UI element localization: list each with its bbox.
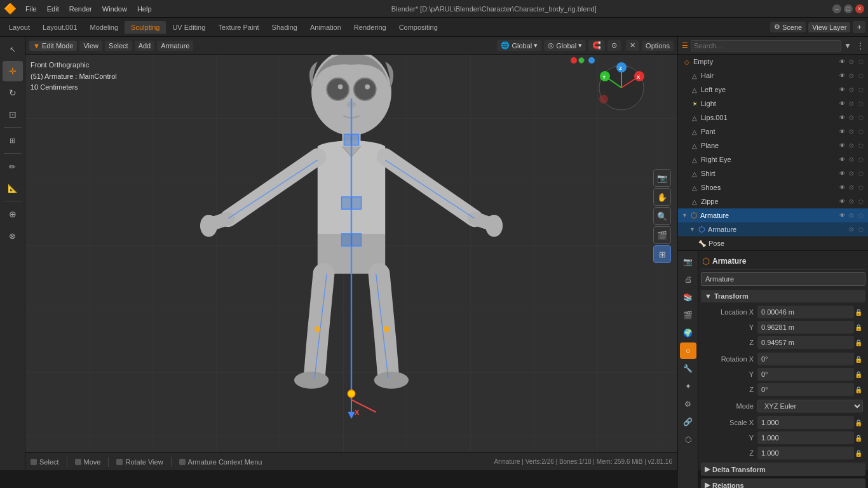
pan-btn[interactable]: ✋ xyxy=(653,188,671,206)
outliner-item-armature[interactable]: ▼ ⬡ Armature 👁 ⊙ ◌ xyxy=(678,208,868,222)
prop-tab-data[interactable]: ⬡ xyxy=(680,431,696,448)
visibility-empty[interactable]: 👁 xyxy=(837,57,846,66)
outliner-item-lefteye[interactable]: △ Left eye 👁 ⊙ ◌ xyxy=(678,83,868,97)
visibility-hair[interactable]: 👁 xyxy=(837,71,846,80)
visibility-righteye[interactable]: 👁 xyxy=(837,155,846,164)
render-shirt[interactable]: ◌ xyxy=(857,169,865,178)
tool-extrude[interactable]: ⊗ xyxy=(3,226,23,246)
options-menu[interactable]: Options xyxy=(642,41,674,51)
tab-texture-paint[interactable]: Texture Paint xyxy=(212,21,265,34)
selectable-shirt[interactable]: ⊙ xyxy=(847,169,856,178)
selectable-lips[interactable]: ⊙ xyxy=(847,113,856,122)
prop-tab-scene[interactable]: 🎬 xyxy=(680,307,696,323)
tab-modeling[interactable]: Modeling xyxy=(83,21,125,34)
outliner-item-righteye[interactable]: △ Right Eye 👁 ⊙ ◌ xyxy=(678,152,868,166)
prop-tab-modifiers[interactable]: 🔧 xyxy=(680,360,696,377)
render-pant[interactable]: ◌ xyxy=(857,127,865,136)
navigation-gizmo[interactable]: X Y Z xyxy=(596,62,647,113)
close-editor[interactable]: ✕ xyxy=(626,40,639,51)
scale-x-value[interactable]: 1.000 xyxy=(757,416,854,429)
lock-scale-x[interactable]: 🔒 xyxy=(854,419,863,426)
armature-data-action2[interactable]: ◌ xyxy=(857,225,865,234)
lock-scale-y[interactable]: 🔒 xyxy=(854,435,863,442)
render-empty[interactable]: ◌ xyxy=(857,57,865,66)
visibility-shirt[interactable]: 👁 xyxy=(837,169,846,178)
select-menu[interactable]: Select xyxy=(105,41,132,51)
lock-location-x[interactable]: 🔒 xyxy=(854,309,863,316)
visibility-lefteye[interactable]: 👁 xyxy=(837,85,846,94)
add-menu[interactable]: Add xyxy=(135,41,155,51)
viewport-render-btn[interactable]: 🎬 xyxy=(653,226,671,244)
relations-header[interactable]: ▶ Relations xyxy=(701,478,865,488)
prop-tab-physics[interactable]: ⚙ xyxy=(680,396,696,412)
3d-viewport[interactable]: Front Orthographic (51) Armature : MainC… xyxy=(25,55,677,452)
menu-file[interactable]: File xyxy=(22,4,41,14)
armature-menu[interactable]: Armature xyxy=(157,41,193,51)
visibility-pant[interactable]: 👁 xyxy=(837,127,846,136)
mode-selector[interactable]: ▼ Edit Mode xyxy=(29,41,77,51)
outliner-filter[interactable]: ▼ xyxy=(844,41,851,50)
camera-perspective-btn[interactable]: 📷 xyxy=(653,169,671,187)
tool-cursor[interactable]: ↖ xyxy=(3,39,23,60)
render-light[interactable]: ◌ xyxy=(857,99,865,108)
lock-rotation-x[interactable]: 🔒 xyxy=(854,356,863,363)
render-lips[interactable]: ◌ xyxy=(857,113,865,122)
prop-tab-particles[interactable]: ✦ xyxy=(680,378,696,395)
window-minimize[interactable]: – xyxy=(832,4,841,13)
lock-location-y[interactable]: 🔒 xyxy=(854,324,863,331)
prop-tab-viewlayer[interactable]: 📚 xyxy=(680,289,696,306)
menu-window[interactable]: Window xyxy=(98,4,131,14)
render-lefteye[interactable]: ◌ xyxy=(857,85,865,94)
location-x-value[interactable]: 0.00046 m xyxy=(757,306,854,318)
outliner-item-shoes[interactable]: △ Shoes 👁 ⊙ ◌ xyxy=(678,180,868,194)
render-zippe[interactable]: ◌ xyxy=(857,197,865,206)
lock-scale-z[interactable]: 🔒 xyxy=(854,450,863,457)
selectable-plane[interactable]: ⊙ xyxy=(847,141,856,150)
visibility-light[interactable]: 👁 xyxy=(837,99,846,108)
prop-tab-output[interactable]: 🖨 xyxy=(680,271,696,288)
selectable-hair[interactable]: ⊙ xyxy=(847,71,856,80)
selectable-light[interactable]: ⊙ xyxy=(847,99,856,108)
render-hair[interactable]: ◌ xyxy=(857,71,865,80)
pivot-selector[interactable]: ◎ Global ▾ xyxy=(544,40,586,51)
outliner-item-pant[interactable]: △ Pant 👁 ⊙ ◌ xyxy=(678,125,868,139)
lock-rotation-z[interactable]: 🔒 xyxy=(854,386,863,393)
tab-sculpting[interactable]: Sculpting xyxy=(125,21,166,34)
snap-toggle[interactable]: 🧲 xyxy=(588,40,605,51)
viewport-shading-solid[interactable]: ⊞ xyxy=(653,245,671,263)
tab-layout[interactable]: Layout xyxy=(3,21,36,34)
tab-layout001[interactable]: Layout.001 xyxy=(36,21,83,34)
outliner-item-pose[interactable]: 🦴 Pose xyxy=(678,236,868,250)
tab-shading[interactable]: Shading xyxy=(266,21,304,34)
tool-move[interactable]: ✛ xyxy=(3,61,23,81)
tool-annotate[interactable]: ✏ xyxy=(3,156,23,177)
outliner-item-zippe[interactable]: △ Zippe 👁 ⊙ ◌ xyxy=(678,194,868,208)
visibility-shoes[interactable]: 👁 xyxy=(837,183,846,192)
visibility-lips[interactable]: 👁 xyxy=(837,113,846,122)
outliner-item-shirt[interactable]: △ Shirt 👁 ⊙ ◌ xyxy=(678,166,868,180)
scale-y-value[interactable]: 1.000 xyxy=(757,431,854,444)
tool-measure[interactable]: 📐 xyxy=(3,178,23,198)
outliner-item-empty[interactable]: ◇ Empty 👁 ⊙ ◌ xyxy=(678,55,868,69)
tab-uv-editing[interactable]: UV Editing xyxy=(166,21,212,34)
prop-tab-world[interactable]: 🌍 xyxy=(680,325,696,341)
proportional-toggle[interactable]: ⊙ xyxy=(607,40,621,51)
rotation-x-value[interactable]: 0° xyxy=(757,353,854,365)
transform-header[interactable]: ▼ Transform xyxy=(701,290,865,302)
outliner-item-armature-data[interactable]: ▼ ⬡ Armature ⊙ ◌ xyxy=(678,222,868,236)
visibility-plane[interactable]: 👁 xyxy=(837,141,846,150)
location-y-value[interactable]: 0.96281 m xyxy=(757,321,854,334)
orientation-selector[interactable]: 🌐 Global ▾ xyxy=(497,40,541,51)
selectable-zippe[interactable]: ⊙ xyxy=(847,197,856,206)
tool-add[interactable]: ⊕ xyxy=(3,204,23,224)
prop-tab-constraints[interactable]: 🔗 xyxy=(680,414,696,430)
menu-render[interactable]: Render xyxy=(65,4,96,14)
selectable-armature[interactable]: ⊙ xyxy=(847,211,856,220)
outliner-options[interactable]: ⋮ xyxy=(857,41,864,50)
rotation-z-value[interactable]: 0° xyxy=(757,383,854,396)
menu-help[interactable]: Help xyxy=(133,4,156,14)
location-z-value[interactable]: 0.94957 m xyxy=(757,336,854,349)
scale-z-value[interactable]: 1.000 xyxy=(757,447,854,459)
selectable-pant[interactable]: ⊙ xyxy=(847,127,856,136)
outliner-item-light[interactable]: ☀ Light 👁 ⊙ ◌ xyxy=(678,97,868,111)
